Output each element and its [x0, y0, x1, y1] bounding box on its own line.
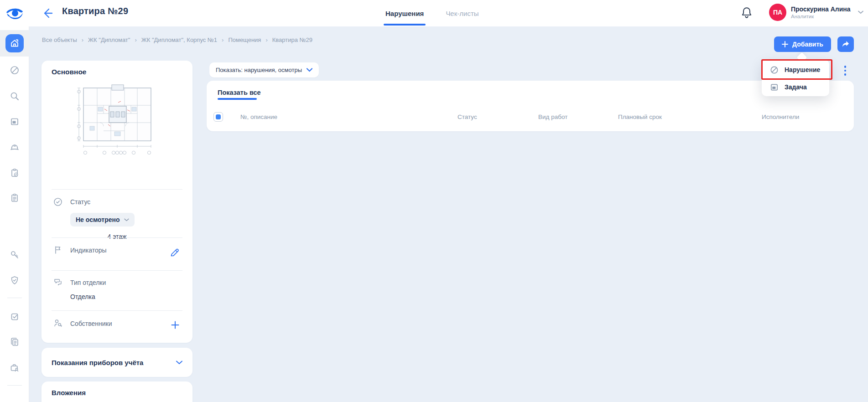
breadcrumb-premises[interactable]: Помещения — [228, 36, 261, 43]
divider — [52, 270, 182, 271]
sidebar-item-access[interactable] — [0, 246, 29, 264]
sidebar-item-documents[interactable] — [0, 333, 29, 351]
briefcase-user-icon — [10, 363, 20, 373]
top-header: Квартира №29 Нарушения Чек-листы ПА Прос… — [0, 0, 868, 26]
avatar: ПА — [769, 4, 786, 21]
menu-item-task[interactable]: Задача — [762, 78, 829, 96]
tab-checklists[interactable]: Чек-листы — [446, 0, 478, 26]
column-header-status: Статус — [457, 113, 477, 120]
show-filter-dropdown[interactable]: Показать: нарушения, осмотры — [209, 62, 319, 77]
breadcrumb-current: Квартира №29 — [272, 36, 312, 43]
app-window: Квартира №29 Нарушения Чек-листы ПА Прос… — [0, 0, 868, 402]
breadcrumb-all-objects[interactable]: Все объекты — [42, 36, 77, 43]
sidebar-nav — [0, 26, 29, 402]
active-tab-underline — [384, 24, 426, 26]
status-label: Статус — [70, 198, 90, 206]
page-title: Квартира №29 — [62, 6, 128, 16]
divider — [52, 189, 182, 190]
add-button[interactable]: Добавить — [774, 36, 831, 52]
add-dropdown-menu: Нарушение Задача — [762, 60, 829, 96]
sidebar-item-approvals[interactable] — [0, 308, 29, 326]
slash-circle-icon — [770, 66, 779, 74]
sidebar-item-warranty[interactable] — [0, 271, 29, 289]
breadcrumb-separator: › — [222, 36, 223, 43]
sidebar-item-contractors[interactable] — [0, 359, 29, 377]
slash-circle-icon — [10, 65, 20, 75]
clipboard-check-icon — [10, 168, 20, 178]
chevron-down-icon — [176, 361, 182, 365]
finish-type-value: Отделка — [70, 293, 95, 300]
share-arrow-icon — [842, 41, 850, 48]
edit-pencil-icon[interactable] — [170, 247, 180, 258]
tags-icon — [53, 278, 62, 287]
user-role: Аналитик — [791, 13, 851, 20]
search-icon — [10, 91, 20, 101]
share-button[interactable] — [837, 36, 854, 52]
sidebar-item-inspections[interactable] — [0, 87, 29, 105]
sidebar-item-acts[interactable] — [0, 189, 29, 207]
header-tabs: Нарушения Чек-листы — [385, 0, 479, 26]
divider — [52, 310, 182, 311]
column-header-description: №, описание — [240, 113, 277, 120]
breadcrumb: Все объекты › ЖК "Дипломат" › ЖК "Диплом… — [42, 36, 312, 43]
flag-icon — [53, 245, 62, 254]
menu-item-violation[interactable]: Нарушение — [762, 61, 829, 79]
key-icon — [10, 250, 20, 260]
sidebar-divider — [7, 385, 22, 386]
owners-label: Собственники — [70, 320, 112, 327]
owner-key-icon — [53, 319, 62, 328]
chevron-down-icon — [858, 10, 863, 14]
sidebar-item-analytics[interactable] — [0, 399, 29, 402]
check-square-icon — [10, 312, 20, 322]
task-card-icon — [770, 83, 779, 92]
column-header-work-type: Вид работ — [538, 113, 567, 120]
column-header-due-date: Плановый срок — [618, 113, 662, 120]
breadcrumb-complex[interactable]: ЖК "Дипломат" — [88, 36, 130, 43]
select-all-checkbox[interactable] — [213, 112, 223, 122]
status-check-circle-icon — [53, 197, 62, 206]
meters-title: Показания приборов учёта — [52, 359, 143, 366]
status-select[interactable]: Не осмотрено — [70, 213, 135, 227]
violations-table-card: Показать все №, описание Статус Вид рабо… — [207, 81, 854, 131]
clipboard-list-icon — [10, 193, 20, 203]
hardhat-icon — [10, 142, 20, 152]
floor-plan-image[interactable] — [76, 81, 158, 157]
attachments-title: Вложения — [52, 389, 86, 397]
user-name: Проскурина Алина — [791, 5, 851, 13]
sidebar-item-tasks[interactable] — [0, 113, 29, 131]
copy-pages-icon — [10, 337, 20, 347]
chevron-down-icon — [124, 218, 129, 222]
indicators-label: Индикаторы — [70, 247, 107, 254]
attachments-card[interactable]: Вложения — [42, 381, 192, 402]
back-arrow-icon[interactable] — [41, 7, 53, 19]
add-owner-plus-icon[interactable] — [171, 320, 180, 330]
plus-icon — [782, 41, 788, 47]
tab-show-all[interactable]: Показать все — [218, 89, 261, 96]
breadcrumb-separator: › — [135, 36, 136, 43]
card-icon — [10, 117, 20, 127]
floor-caption: 4 этаж — [42, 233, 192, 240]
breadcrumb-building[interactable]: ЖК "Дипломат", Корпус №1 — [141, 36, 217, 43]
shield-check-icon — [10, 275, 20, 285]
breadcrumb-separator: › — [82, 36, 83, 43]
active-tab-underline — [218, 98, 257, 100]
sidebar-item-checklists[interactable] — [0, 164, 29, 182]
home-icon — [5, 34, 24, 52]
info-section-title: Основное — [52, 68, 87, 76]
meters-card[interactable]: Показания приборов учёта — [42, 348, 192, 377]
tab-violations[interactable]: Нарушения — [385, 0, 424, 26]
sidebar-item-construction[interactable] — [0, 138, 29, 156]
finish-type-label: Тип отделки — [70, 279, 106, 286]
breadcrumb-separator: › — [265, 36, 267, 43]
kebab-menu-icon[interactable] — [842, 64, 849, 77]
apartment-info-panel: Основное — [42, 61, 192, 343]
chevron-down-icon — [307, 68, 312, 72]
user-menu[interactable]: ПА Проскурина Алина Аналитик — [769, 4, 863, 21]
sidebar-item-violations[interactable] — [0, 61, 29, 79]
divider — [52, 237, 182, 238]
column-header-assignees: Исполнители — [762, 113, 799, 120]
eye-logo-icon[interactable] — [5, 5, 25, 20]
bell-icon[interactable] — [741, 6, 753, 19]
sidebar-divider — [7, 298, 22, 298]
sidebar-item-home[interactable] — [0, 34, 29, 52]
